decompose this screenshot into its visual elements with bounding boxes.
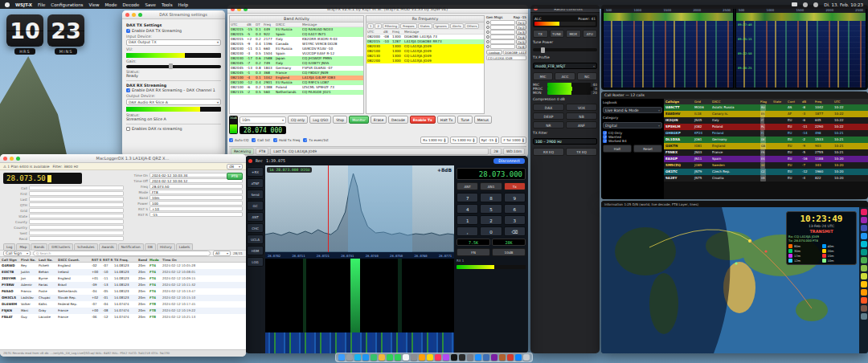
band-select[interactable]: 10m▾ xyxy=(240,116,286,124)
tx-button[interactable]: Tx xyxy=(504,182,526,190)
qso-field-input[interactable]: +10 xyxy=(149,206,243,211)
dsp-toggle[interactable]: NR xyxy=(533,121,564,128)
logger-tab[interactable]: DXClusters xyxy=(48,243,73,250)
option-checkbox[interactable]: Call 1st xyxy=(252,138,270,142)
control-center-icon[interactable] xyxy=(813,2,818,7)
eq-button[interactable]: TX EQ xyxy=(566,148,597,156)
roster-action-button[interactable]: Reset xyxy=(633,145,662,153)
dock-icon[interactable] xyxy=(499,354,506,361)
log-row[interactable]: 2E0YMRJon ByrneEngland +01-11 14.0812320… xyxy=(0,275,246,282)
cq-message-field[interactable]: CQ LA1XJA JO49 xyxy=(486,55,526,60)
filter-tab[interactable]: Filtering xyxy=(383,23,399,29)
filter-tab[interactable]: Freqses xyxy=(400,23,416,29)
decode-row[interactable]: 082115-2 0.5560 NetherlandsCQ PA3GDE JO2… xyxy=(230,90,363,95)
halt-tx-button[interactable]: Halt Tx xyxy=(437,116,457,124)
output-device-select[interactable]: DAX Audio RX Slice A▾ xyxy=(126,99,221,105)
tune-button[interactable]: Tune xyxy=(457,116,472,124)
sdr-side-button[interactable]: ANT xyxy=(247,212,264,222)
qso-field-input[interactable] xyxy=(29,219,124,224)
tx-frequency-marker[interactable] xyxy=(328,165,329,252)
dsp-toggle[interactable]: DAX xyxy=(533,104,564,111)
keypad-button[interactable]: 9 xyxy=(504,193,526,202)
qso-field-input[interactable]: 100 xyxy=(149,201,243,206)
qso-field-input[interactable]: 10m xyxy=(149,195,243,200)
battery-icon[interactable] xyxy=(792,2,797,6)
an1-button[interactable]: AN1 xyxy=(480,182,502,190)
log-row[interactable]: OM3CLSLadislav ChupacSlovak Rep. +02-01 … xyxy=(0,295,246,301)
tx-select-button[interactable]: Tx 6 xyxy=(516,44,526,49)
logbook-select[interactable]: Live Band & Mode▾ xyxy=(603,107,662,113)
logger-tab[interactable]: Notification xyxy=(118,243,144,250)
qso-field-input[interactable] xyxy=(29,225,124,230)
roster-row[interactable]: DL1DXAJO61 Germany DE EU -21533 10:21 xyxy=(664,137,868,143)
map-tool-button[interactable] xyxy=(861,233,867,239)
dock-icon[interactable] xyxy=(483,354,489,361)
filter-tab[interactable]: 1 xyxy=(367,23,374,29)
vfo-frequency-display[interactable]: 28.073.000 xyxy=(457,168,526,180)
dock-icon[interactable] xyxy=(475,354,481,361)
sdr-side-button[interactable]: CHC xyxy=(247,223,264,233)
tx-radio[interactable] xyxy=(486,40,489,43)
keypad-button[interactable]: ⌫ xyxy=(504,226,526,236)
roster-action-button[interactable]: Halt xyxy=(603,145,632,153)
logger-tab[interactable]: Awards xyxy=(99,243,117,250)
keypad-button[interactable]: 4 xyxy=(457,204,478,214)
map-tool-button[interactable] xyxy=(861,257,867,263)
keypad-button[interactable]: 2 xyxy=(480,215,502,225)
sdr-side-button[interactable]: GC xyxy=(247,201,264,210)
log-row[interactable]: DL6WEMVolker KalksFederal Rep. -07-04 14… xyxy=(0,301,246,308)
spinner-control[interactable]: Tx 1300 Hz▲▼ xyxy=(450,137,477,144)
fn-button[interactable]: FN xyxy=(457,248,490,256)
roster-row[interactable]: G0KTNIO81 England GB EU -9903 10:21 xyxy=(664,143,868,149)
eq-button[interactable]: RX EQ xyxy=(533,148,564,156)
keypad-button[interactable]: 7 xyxy=(457,193,478,202)
span-display[interactable]: 28K xyxy=(492,239,526,246)
dock-icon[interactable] xyxy=(346,354,353,361)
qso-field-input[interactable] xyxy=(29,202,124,207)
record-icon[interactable] xyxy=(248,159,252,163)
menu-decode[interactable]: Decode xyxy=(123,2,140,7)
option-checkbox[interactable]: Tx even/1st xyxy=(303,138,329,142)
qso-field-input[interactable] xyxy=(29,191,124,196)
disconnect-button[interactable]: Disconnect xyxy=(493,158,525,164)
minimize-icon[interactable] xyxy=(132,13,136,17)
dsp-toggle[interactable]: DEXP xyxy=(533,112,564,120)
spinner-control[interactable]: Rx 1300 Hz▲▼ xyxy=(420,137,448,144)
menu-configurations[interactable]: Configurations xyxy=(51,2,83,7)
dax-titlebar[interactable]: DAX Streaming settings xyxy=(122,10,225,19)
checkbox-icon[interactable] xyxy=(126,127,130,131)
filter-tab[interactable]: Ignores xyxy=(433,23,449,29)
decode-button[interactable]: Decode xyxy=(388,116,408,124)
option-checkbox[interactable]: Auto CQ xyxy=(229,138,248,142)
map-tool-button[interactable] xyxy=(861,217,867,223)
sdr-side-button[interactable]: UCLA xyxy=(247,235,264,244)
category-select[interactable]: Digital▾ xyxy=(603,122,662,128)
tx-message-field[interactable] xyxy=(490,44,515,49)
map-tool-button[interactable] xyxy=(861,225,867,231)
logger-tab[interactable]: Map xyxy=(16,243,30,250)
mic-source-button[interactable]: NC xyxy=(577,72,597,80)
logger-tab[interactable]: Bands xyxy=(31,243,47,250)
lookup-field[interactable]: DG6OBE LA1XJA 73 xyxy=(503,50,526,55)
dock-icon[interactable] xyxy=(362,354,369,361)
tx-radio[interactable] xyxy=(486,21,489,24)
roster-row[interactable]: 9A2EYJN75 Croatia HR EU -4822 10:20 xyxy=(664,175,868,182)
dax-tx-enable-checkbox[interactable]: Enable DAX TX Streaming xyxy=(126,29,221,33)
dock-icon[interactable] xyxy=(523,354,530,361)
apple-menu-icon[interactable] xyxy=(5,2,10,7)
mic-source-button[interactable]: MIC xyxy=(533,72,553,80)
tx-radio[interactable] xyxy=(486,31,489,34)
spinner-control[interactable]: F Tol 1000▲▼ xyxy=(501,137,526,144)
frequency-display[interactable]: 28.074 000 xyxy=(240,126,286,134)
dock-icon[interactable] xyxy=(515,354,522,361)
waterfall-a[interactable] xyxy=(604,21,733,88)
logger-tab[interactable]: Labels xyxy=(176,243,193,250)
checkbox-icon[interactable] xyxy=(252,138,256,142)
spectrum-display[interactable]: 1A28.073.000DIGU +8dB xyxy=(265,165,454,252)
dock-icon[interactable] xyxy=(491,354,497,361)
keypad-button[interactable]: 8 xyxy=(480,193,502,202)
zoom-window-icon[interactable] xyxy=(138,13,142,17)
map-tool-button[interactable] xyxy=(861,265,867,271)
map-tool-button[interactable] xyxy=(861,209,867,215)
log-row[interactable]: F5JKNMarc GrayFrance +00-08 14.0747420m … xyxy=(0,308,246,314)
